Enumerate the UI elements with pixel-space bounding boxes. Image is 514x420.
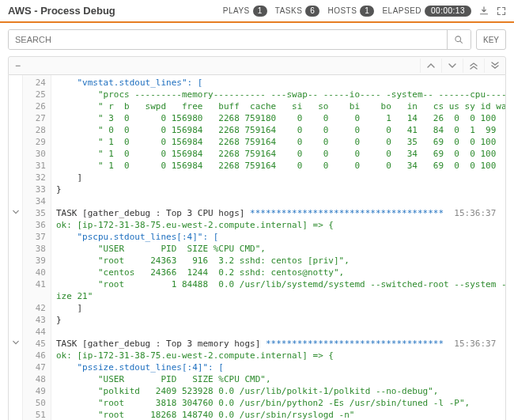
- stats-bar: PLAYS 1 TASKS 6 HOSTS 1 ELAPSED 00:00:13: [223, 6, 506, 17]
- line-number: 44: [25, 326, 46, 338]
- search-input[interactable]: [9, 30, 447, 49]
- line-number: 26: [25, 100, 46, 112]
- line-number: 39: [25, 255, 46, 267]
- code-line: "root 1 84488 0.0 /usr/lib/systemd/syste…: [56, 278, 505, 290]
- line-number: 24: [25, 77, 46, 89]
- code-line: ]: [56, 172, 505, 184]
- code-line: " 0 0 0 156984 2268 759164 0 0 0 0 41 84…: [56, 124, 505, 136]
- code-line: TASK [gather_debug : Top 3 memory hogs] …: [56, 338, 505, 350]
- line-number: 29: [25, 136, 46, 148]
- line-number: 50: [25, 397, 46, 409]
- line-number: 38: [25, 243, 46, 255]
- collapse-all-button[interactable]: −: [9, 57, 27, 74]
- page-up-icon[interactable]: [463, 59, 484, 73]
- stat-badge: 1: [360, 6, 374, 17]
- stat-badge: 6: [305, 6, 319, 17]
- stat-elapsed: ELAPSED 00:00:13: [382, 6, 471, 17]
- download-icon[interactable]: [479, 6, 489, 16]
- code-line: "vmstat.stdout_lines": [: [56, 77, 505, 89]
- stat-label: HOSTS: [327, 6, 357, 15]
- page-down-icon[interactable]: [484, 59, 505, 73]
- fold-toggle[interactable]: [9, 206, 22, 218]
- search-wrap: [8, 29, 471, 50]
- line-number: 32: [25, 172, 46, 184]
- code-line: " 3 0 0 156980 2268 759180 0 0 0 1 14 26…: [56, 112, 505, 124]
- line-number: 36: [25, 219, 46, 231]
- code-line: ok: [ip-172-31-38-75.eu-west-2.compute.i…: [56, 219, 505, 231]
- code-line: " 1 0 0 156984 2268 759164 0 0 0 0 35 69…: [56, 136, 505, 148]
- code-line: }: [56, 184, 505, 195]
- code-line: "root 24363 916 3.2 sshd: centos [priv]"…: [56, 255, 505, 267]
- code-line: [56, 326, 505, 338]
- stat-label: ELAPSED: [382, 6, 421, 15]
- search-row: KEY: [0, 29, 514, 56]
- code-line: "USER PID SIZE %CPU CMD",: [56, 373, 505, 385]
- line-number: 41: [25, 278, 46, 290]
- code-line: " 1 0 0 156984 2268 759164 0 0 0 0 34 69…: [56, 148, 505, 160]
- code-line: "polkitd 2409 523928 0.0 /usr/lib/polkit…: [56, 385, 505, 397]
- fold-toggle[interactable]: [9, 336, 22, 348]
- header: AWS - Process Debug PLAYS 1 TASKS 6 HOST…: [0, 0, 514, 20]
- code-line: [56, 195, 505, 207]
- line-number: 51: [25, 409, 46, 420]
- line-number: 35: [25, 207, 46, 219]
- search-button[interactable]: [447, 30, 471, 49]
- code-line: TASK [gather_debug : Top 3 CPU hogs] ***…: [56, 207, 505, 219]
- code-line: ]: [56, 302, 505, 314]
- code-line: "root 18268 148740 0.0 /usr/sbin/rsyslog…: [56, 409, 505, 420]
- page-title: AWS - Process Debug: [8, 5, 115, 17]
- header-divider: [0, 21, 514, 23]
- code-line: "pscpu.stdout_lines[:4]": [: [56, 231, 505, 243]
- linenum-gutter: 2425262728293031323334353637383940414243…: [23, 75, 51, 420]
- line-number: 47: [25, 361, 46, 373]
- line-number: 33: [25, 184, 46, 195]
- line-number: 42: [25, 302, 46, 314]
- stat-badge: 1: [253, 6, 267, 17]
- line-number: 34: [25, 195, 46, 207]
- line-number: 43: [25, 314, 46, 326]
- stat-badge: 00:00:13: [425, 6, 471, 17]
- line-number: 48: [25, 373, 46, 385]
- code-line: " 1 0 0 156984 2268 759164 0 0 0 0 34 69…: [56, 160, 505, 172]
- code-line: }: [56, 314, 505, 326]
- line-number: 30: [25, 148, 46, 160]
- code-line: "USER PID SIZE %CPU CMD",: [56, 243, 505, 255]
- stat-hosts: HOSTS 1: [327, 6, 374, 17]
- line-number: 28: [25, 124, 46, 136]
- stat-tasks: TASKS 6: [275, 6, 320, 17]
- scroll-up-icon[interactable]: [420, 59, 441, 73]
- scroll-down-icon[interactable]: [441, 59, 463, 73]
- line-number: 40: [25, 267, 46, 278]
- code-line: " r b swpd free buff cache si so bi bo i…: [56, 100, 505, 112]
- line-number: 49: [25, 385, 46, 397]
- line-number: 45: [25, 338, 46, 350]
- output-pane[interactable]: 2425262728293031323334353637383940414243…: [8, 75, 506, 420]
- code-line: "pssize.stdout_lines[:4]": [: [56, 361, 505, 373]
- stat-label: PLAYS: [223, 6, 250, 15]
- expand-icon[interactable]: [497, 6, 506, 16]
- line-number: 46: [25, 350, 46, 361]
- code-content: "vmstat.stdout_lines": [ "procs --------…: [51, 75, 505, 420]
- line-number: 25: [25, 89, 46, 100]
- code-line: "root 3818 304760 0.0 /usr/bin/python2 -…: [56, 397, 505, 409]
- line-number: 37: [25, 231, 46, 243]
- line-number: 31: [25, 160, 46, 172]
- key-button[interactable]: KEY: [476, 29, 506, 50]
- output-toolbar: −: [8, 56, 506, 75]
- line-number: [25, 290, 46, 302]
- stat-plays: PLAYS 1: [223, 6, 267, 17]
- search-icon: [454, 35, 463, 44]
- code-line: "centos 24366 1244 0.2 sshd: centos@nott…: [56, 267, 505, 278]
- line-number: 27: [25, 112, 46, 124]
- code-line: "procs ---------memory---------- ---swap…: [56, 89, 505, 100]
- svg-line-1: [460, 41, 463, 44]
- stat-label: TASKS: [275, 6, 303, 15]
- fold-gutter: [9, 75, 23, 420]
- code-line: ize 21": [56, 290, 505, 302]
- code-line: ok: [ip-172-31-38-75.eu-west-2.compute.i…: [56, 350, 505, 361]
